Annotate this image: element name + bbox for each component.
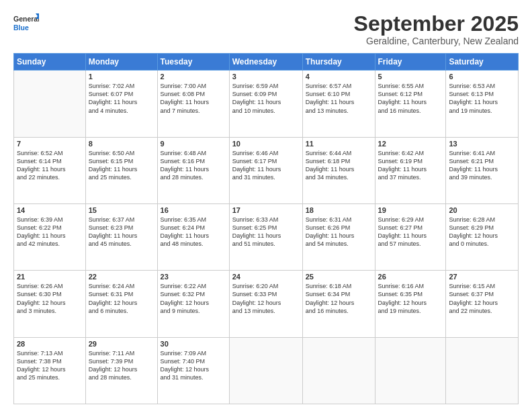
calendar-cell: 6Sunrise: 6:53 AM Sunset: 6:13 PM Daylig… (446, 71, 519, 137)
calendar-cell: 26Sunrise: 6:16 AM Sunset: 6:35 PM Dayli… (375, 271, 446, 337)
day-number: 30 (161, 340, 226, 348)
calendar-cell: 11Sunrise: 6:44 AM Sunset: 6:18 PM Dayli… (302, 137, 375, 203)
week-row-1: 7Sunrise: 6:52 AM Sunset: 6:14 PM Daylig… (14, 137, 519, 203)
header: General Blue September 2025 Geraldine, C… (13, 12, 519, 46)
day-number: 12 (378, 140, 443, 148)
calendar-cell: 10Sunrise: 6:46 AM Sunset: 6:17 PM Dayli… (229, 137, 302, 203)
day-info: Sunrise: 7:11 AM Sunset: 7:39 PM Dayligh… (89, 349, 154, 382)
day-number: 18 (306, 206, 372, 214)
calendar-cell: 12Sunrise: 6:42 AM Sunset: 6:19 PM Dayli… (375, 137, 446, 203)
calendar-cell: 24Sunrise: 6:20 AM Sunset: 6:33 PM Dayli… (229, 271, 302, 337)
calendar-cell: 4Sunrise: 6:57 AM Sunset: 6:10 PM Daylig… (302, 71, 375, 137)
day-number: 24 (232, 273, 300, 281)
day-number: 8 (89, 140, 154, 148)
week-row-3: 21Sunrise: 6:26 AM Sunset: 6:30 PM Dayli… (14, 271, 519, 337)
day-number: 6 (449, 73, 515, 81)
calendar-cell: 5Sunrise: 6:55 AM Sunset: 6:12 PM Daylig… (375, 71, 446, 137)
calendar-cell (14, 71, 86, 137)
day-number: 16 (161, 206, 226, 214)
day-number: 3 (232, 73, 300, 81)
calendar-cell: 3Sunrise: 6:59 AM Sunset: 6:09 PM Daylig… (229, 71, 302, 137)
day-info: Sunrise: 6:15 AM Sunset: 6:37 PM Dayligh… (449, 282, 515, 315)
calendar-cell: 19Sunrise: 6:29 AM Sunset: 6:27 PM Dayli… (375, 203, 446, 270)
calendar-cell: 2Sunrise: 7:00 AM Sunset: 6:08 PM Daylig… (157, 71, 229, 137)
day-info: Sunrise: 6:46 AM Sunset: 6:17 PM Dayligh… (232, 149, 300, 182)
day-info: Sunrise: 6:39 AM Sunset: 6:22 PM Dayligh… (17, 216, 83, 248)
day-info: Sunrise: 6:26 AM Sunset: 6:30 PM Dayligh… (17, 282, 83, 315)
day-number: 14 (17, 206, 83, 214)
week-row-4: 28Sunrise: 7:13 AM Sunset: 7:38 PM Dayli… (14, 337, 519, 404)
day-number: 22 (89, 273, 154, 281)
calendar-cell: 16Sunrise: 6:35 AM Sunset: 6:24 PM Dayli… (157, 203, 229, 270)
day-number: 25 (306, 273, 372, 281)
day-info: Sunrise: 6:18 AM Sunset: 6:34 PM Dayligh… (306, 282, 372, 315)
calendar-cell: 28Sunrise: 7:13 AM Sunset: 7:38 PM Dayli… (14, 337, 86, 404)
day-number: 11 (306, 140, 372, 148)
day-number: 5 (378, 73, 443, 81)
calendar-cell: 17Sunrise: 6:33 AM Sunset: 6:25 PM Dayli… (229, 203, 302, 270)
calendar-subtitle: Geraldine, Canterbury, New Zealand (354, 36, 519, 46)
calendar-cell (229, 337, 302, 404)
calendar-cell: 30Sunrise: 7:09 AM Sunset: 7:40 PM Dayli… (157, 337, 229, 404)
calendar-cell: 15Sunrise: 6:37 AM Sunset: 6:23 PM Dayli… (85, 203, 157, 270)
day-info: Sunrise: 6:44 AM Sunset: 6:18 PM Dayligh… (306, 149, 372, 182)
calendar-cell: 18Sunrise: 6:31 AM Sunset: 6:26 PM Dayli… (302, 203, 375, 270)
day-number: 4 (306, 73, 372, 81)
day-number: 21 (17, 273, 83, 281)
day-info: Sunrise: 6:53 AM Sunset: 6:13 PM Dayligh… (449, 82, 515, 115)
day-info: Sunrise: 6:37 AM Sunset: 6:23 PM Dayligh… (89, 216, 154, 248)
day-info: Sunrise: 7:09 AM Sunset: 7:40 PM Dayligh… (161, 349, 226, 382)
day-info: Sunrise: 6:24 AM Sunset: 6:31 PM Dayligh… (89, 282, 154, 315)
calendar-cell: 1Sunrise: 7:02 AM Sunset: 6:07 PM Daylig… (85, 71, 157, 137)
day-number: 29 (89, 340, 154, 348)
day-info: Sunrise: 6:28 AM Sunset: 6:29 PM Dayligh… (449, 216, 515, 248)
page: General Blue September 2025 Geraldine, C… (0, 0, 532, 411)
day-info: Sunrise: 6:16 AM Sunset: 6:35 PM Dayligh… (378, 282, 443, 315)
day-info: Sunrise: 6:20 AM Sunset: 6:33 PM Dayligh… (232, 282, 300, 315)
day-info: Sunrise: 7:00 AM Sunset: 6:08 PM Dayligh… (161, 82, 226, 115)
day-info: Sunrise: 6:29 AM Sunset: 6:27 PM Dayligh… (378, 216, 443, 248)
col-friday: Friday (375, 54, 446, 71)
day-info: Sunrise: 6:42 AM Sunset: 6:19 PM Dayligh… (378, 149, 443, 182)
day-number: 20 (449, 206, 515, 214)
calendar-cell: 21Sunrise: 6:26 AM Sunset: 6:30 PM Dayli… (14, 271, 86, 337)
calendar-cell: 20Sunrise: 6:28 AM Sunset: 6:29 PM Dayli… (446, 203, 519, 270)
logo: General Blue (13, 12, 39, 36)
calendar-cell (446, 337, 519, 404)
calendar-table: Sunday Monday Tuesday Wednesday Thursday… (13, 53, 519, 404)
calendar-cell: 23Sunrise: 6:22 AM Sunset: 6:32 PM Dayli… (157, 271, 229, 337)
col-saturday: Saturday (446, 54, 519, 71)
calendar-cell: 13Sunrise: 6:41 AM Sunset: 6:21 PM Dayli… (446, 137, 519, 203)
day-number: 28 (17, 340, 83, 348)
day-number: 17 (232, 206, 300, 214)
day-number: 7 (17, 140, 83, 148)
day-number: 19 (378, 206, 443, 214)
calendar-cell: 29Sunrise: 7:11 AM Sunset: 7:39 PM Dayli… (85, 337, 157, 404)
day-number: 2 (161, 73, 226, 81)
calendar-title: September 2025 (354, 12, 519, 36)
day-info: Sunrise: 6:33 AM Sunset: 6:25 PM Dayligh… (232, 216, 300, 248)
day-info: Sunrise: 7:02 AM Sunset: 6:07 PM Dayligh… (89, 82, 154, 115)
day-info: Sunrise: 7:13 AM Sunset: 7:38 PM Dayligh… (17, 349, 83, 382)
calendar-cell: 25Sunrise: 6:18 AM Sunset: 6:34 PM Dayli… (302, 271, 375, 337)
day-number: 27 (449, 273, 515, 281)
calendar-cell: 9Sunrise: 6:48 AM Sunset: 6:16 PM Daylig… (157, 137, 229, 203)
day-info: Sunrise: 6:31 AM Sunset: 6:26 PM Dayligh… (306, 216, 372, 248)
day-number: 23 (161, 273, 226, 281)
calendar-header-row: Sunday Monday Tuesday Wednesday Thursday… (14, 54, 519, 71)
day-info: Sunrise: 6:57 AM Sunset: 6:10 PM Dayligh… (306, 82, 372, 115)
svg-text:General: General (13, 15, 39, 23)
day-info: Sunrise: 6:55 AM Sunset: 6:12 PM Dayligh… (378, 82, 443, 115)
calendar-cell (302, 337, 375, 404)
col-thursday: Thursday (302, 54, 375, 71)
svg-text:Blue: Blue (13, 24, 29, 32)
calendar-cell: 14Sunrise: 6:39 AM Sunset: 6:22 PM Dayli… (14, 203, 86, 270)
col-monday: Monday (85, 54, 157, 71)
week-row-2: 14Sunrise: 6:39 AM Sunset: 6:22 PM Dayli… (14, 203, 519, 270)
calendar-cell (375, 337, 446, 404)
day-info: Sunrise: 6:50 AM Sunset: 6:15 PM Dayligh… (89, 149, 154, 182)
col-tuesday: Tuesday (157, 54, 229, 71)
day-info: Sunrise: 6:48 AM Sunset: 6:16 PM Dayligh… (161, 149, 226, 182)
day-info: Sunrise: 6:59 AM Sunset: 6:09 PM Dayligh… (232, 82, 300, 115)
calendar-cell: 22Sunrise: 6:24 AM Sunset: 6:31 PM Dayli… (85, 271, 157, 337)
